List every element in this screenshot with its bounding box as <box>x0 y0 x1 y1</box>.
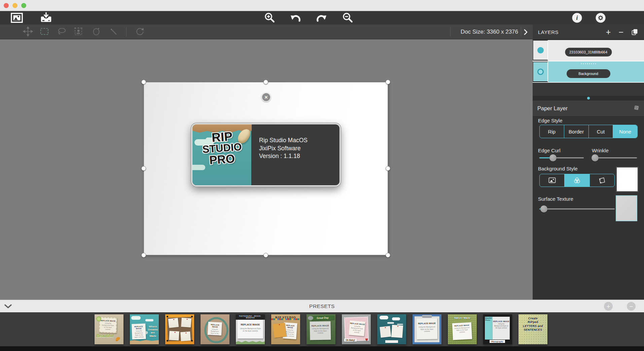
presets-thumbnail-row: REPLACE IMAGE Using the Background Style… <box>95 314 547 344</box>
layer-row-image[interactable]: 23103603_31fd88b664 <box>533 40 644 61</box>
panel-resize-strip[interactable] <box>533 96 644 101</box>
selection-handle[interactable] <box>263 253 268 258</box>
remove-preset-icon[interactable]: − <box>627 302 636 311</box>
thumb-band-text: Great Day <box>311 315 334 320</box>
preset-thumbnail-7[interactable]: Great Day REPLACE IMAGE Using the Backgr… <box>307 314 335 344</box>
ellipse-tool-icon[interactable] <box>92 26 101 37</box>
layer-visibility-toggle[interactable] <box>533 62 548 82</box>
presets-collapse-chevron-icon[interactable] <box>4 300 12 313</box>
thumb-note-subtitle: Using the Background Style on the layer … <box>417 326 437 333</box>
layer-drag-handle[interactable] <box>581 42 596 43</box>
thumb-mini-note <box>391 325 403 338</box>
surface-texture-label: Surface Texture <box>538 196 573 202</box>
preset-thumbnail-4[interactable]: REPLACE IMAGE Using the Background Style… <box>201 314 229 344</box>
move-tool-icon[interactable] <box>23 26 33 37</box>
thumb-caption: Where Dreams are Made <box>147 325 158 338</box>
thumb-side-text: Beautiful Photos <box>485 317 492 321</box>
rotate-tool-icon[interactable] <box>135 26 145 37</box>
duplicate-layer-icon[interactable] <box>631 29 638 35</box>
thumb-note-subtitle: Using the Background Style on the layer … <box>238 327 263 332</box>
edge-style-rip-button[interactable]: Rip <box>540 125 564 138</box>
import-image-icon[interactable] <box>40 12 52 24</box>
canvas-area[interactable]: RIP STUDIO PRO Rip Studio MacOS JixiPix … <box>0 39 533 300</box>
edge-curl-slider-knob[interactable] <box>549 154 557 161</box>
lasso-tool-icon[interactable] <box>57 27 67 37</box>
edge-style-border-button[interactable]: Border <box>564 125 588 138</box>
preset-thumbnail-2[interactable]: REPLACE IMAGE Using the Background Style… <box>130 314 159 344</box>
close-window-button[interactable] <box>4 3 9 8</box>
doc-size-label: Doc Size: 3360 x 2376 <box>461 25 518 39</box>
preset-thumbnail-6[interactable]: RIP STUDIO REPLACE IMAGE Using the Backg… <box>271 314 300 344</box>
background-style-image-button[interactable] <box>540 174 564 187</box>
thumb-note: REPLACE IMAGE Using the Background Style… <box>493 317 510 340</box>
wrinkle-slider-knob[interactable] <box>592 154 599 161</box>
settings-gear-icon[interactable] <box>596 13 606 23</box>
thumb-note: REPLACE IMAGE Using the Background Style… <box>310 321 331 340</box>
selection-handle[interactable] <box>386 166 390 171</box>
redo-icon[interactable] <box>316 13 327 23</box>
docsize-divider-left <box>450 27 451 37</box>
layer-name-pill[interactable]: Background <box>567 69 610 78</box>
undo-icon[interactable] <box>290 13 301 23</box>
preset-thumbnail-8[interactable]: REPLACE IMAGE Using the Background Style… <box>342 314 371 344</box>
surface-texture-slider[interactable] <box>539 205 615 212</box>
preset-thumbnail-5[interactable]: PHOTOGRAPHY · DESIGN · WEBSITES REPLACE … <box>236 314 265 344</box>
layers-panel: LAYERS + − 23103603_31fd88b664 Backgroun… <box>533 25 644 300</box>
add-layer-icon[interactable]: + <box>606 28 611 36</box>
minimize-window-button[interactable] <box>12 3 17 8</box>
zoom-window-button[interactable] <box>21 3 26 8</box>
zoom-in-icon[interactable] <box>264 12 275 24</box>
edge-curl-slider[interactable] <box>539 154 584 161</box>
thumb-note: REPLACE IMAGE Using the Background Style… <box>208 322 222 336</box>
edge-style-none-button[interactable]: None <box>613 125 637 138</box>
paper-texture-icon[interactable] <box>633 105 640 113</box>
background-style-texture-button[interactable] <box>589 174 614 187</box>
layer-row-background[interactable]: Background <box>533 62 644 82</box>
thumb-band-text: RIP STUDIO <box>271 315 300 320</box>
selection-handle[interactable] <box>141 166 146 171</box>
layer-visibility-toggle[interactable] <box>533 40 548 61</box>
add-preset-icon[interactable]: + <box>604 302 613 311</box>
rect-select-tool-icon[interactable] <box>40 27 49 37</box>
thumb-note: REPLACE IMAGE Using the Background Style… <box>349 320 366 336</box>
selection-handle[interactable] <box>263 80 268 84</box>
preset-thumbnail-11[interactable]: Nature Made REPLACE IMAGE Using the Back… <box>448 314 477 344</box>
docsize-divider-right <box>521 27 521 37</box>
surface-texture-swatch[interactable] <box>616 195 637 221</box>
background-style-color-button[interactable] <box>564 174 589 187</box>
preset-thumbnail-12[interactable]: Beautiful Photos REPLACE IMAGE Using the… <box>483 314 512 344</box>
wrinkle-slider[interactable] <box>592 154 637 161</box>
preset-thumbnail-13[interactable]: Create RiPped LETTERS and SENTENCES <box>518 314 547 344</box>
layer-drag-handle[interactable] <box>581 63 596 64</box>
layer-name-pill[interactable]: 23103603_31fd88b664 <box>565 48 612 56</box>
rip-studio-logo-art: RIP STUDIO PRO <box>192 124 252 185</box>
about-dialog-layer[interactable]: RIP STUDIO PRO Rip Studio MacOS JixiPix … <box>191 123 341 187</box>
selection-handle[interactable] <box>386 253 390 258</box>
edge-style-cut-button[interactable]: Cut <box>588 125 613 138</box>
zoom-out-icon[interactable] <box>342 12 353 24</box>
presets-thumbnail-strip: REPLACE IMAGE Using the Background Style… <box>0 312 644 351</box>
tools-divider <box>126 27 127 37</box>
thumb-note-title: REPLACE IMAGE <box>208 323 222 328</box>
info-icon[interactable]: i <box>572 13 582 23</box>
layer-close-icon[interactable]: ✕ <box>261 92 271 102</box>
preset-thumbnail-10[interactable]: REPLACE IMAGE Using the Background Style… <box>413 314 441 344</box>
photo-frame-icon[interactable] <box>11 13 23 23</box>
portrait-select-tool-icon[interactable] <box>74 27 83 37</box>
remove-layer-icon[interactable]: − <box>618 28 623 36</box>
selection-handle[interactable] <box>141 80 146 84</box>
preset-thumbnail-3[interactable] <box>165 314 194 344</box>
background-color-swatch[interactable] <box>616 167 638 192</box>
visibility-dot-icon <box>537 69 544 75</box>
thumb-note-title: REPLACE IMAGE <box>417 322 437 325</box>
line-tool-icon[interactable] <box>109 27 118 37</box>
preset-thumbnail-1[interactable]: REPLACE IMAGE Using the Background Style… <box>95 314 123 344</box>
selection-handle[interactable] <box>141 253 146 258</box>
visibility-dot-icon <box>537 47 544 53</box>
panel-collapse-chevron-icon[interactable] <box>524 25 528 39</box>
thumb-mini-note <box>168 318 179 328</box>
preset-thumbnail-9[interactable] <box>377 314 406 344</box>
selection-handle[interactable] <box>386 80 390 84</box>
thumb-note-subtitle: Using the Background Style on the layer … <box>493 323 510 329</box>
surface-texture-slider-knob[interactable] <box>540 205 547 212</box>
